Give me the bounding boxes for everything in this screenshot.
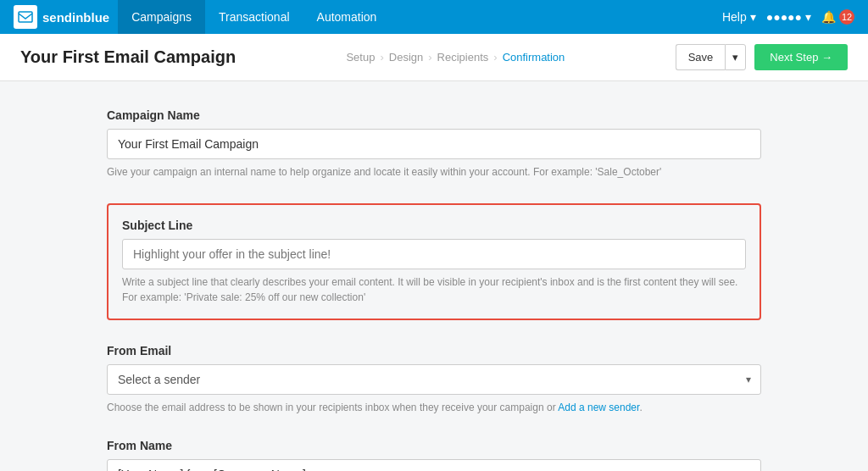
add-new-sender-link[interactable]: Add a new sender	[558, 402, 639, 413]
notification-bell[interactable]: 🔔 12	[821, 9, 854, 25]
bell-icon: 🔔	[821, 10, 836, 24]
from-email-hint-suffix: .	[639, 402, 642, 413]
help-menu[interactable]: Help ▾	[722, 10, 756, 24]
subject-line-hint: Write a subject line that clearly descri…	[122, 274, 746, 305]
user-label: ●●●●●	[766, 10, 802, 24]
breadcrumb-setup[interactable]: Setup	[346, 51, 375, 64]
breadcrumb-sep-3: ›	[493, 51, 497, 64]
logo-icon	[14, 5, 37, 29]
top-navigation: sendinblue Campaigns Transactional Autom…	[0, 0, 868, 34]
breadcrumb: Setup › Design › Recipients › Confirmati…	[346, 51, 565, 64]
nav-right: Help ▾ ●●●●● ▾ 🔔 12	[722, 9, 854, 25]
nav-automation[interactable]: Automation	[303, 0, 391, 34]
from-name-label: From Name	[107, 439, 761, 452]
from-email-hint-text: Choose the email address to be shown in …	[107, 402, 558, 413]
breadcrumb-sep-1: ›	[380, 51, 383, 64]
brand-logo[interactable]: sendinblue	[14, 5, 109, 29]
save-button[interactable]: Save	[676, 44, 726, 70]
subject-line-input[interactable]	[122, 239, 746, 269]
notification-count: 12	[839, 9, 854, 25]
nav-campaigns[interactable]: Campaigns	[118, 0, 205, 34]
subject-line-label: Subject Line	[122, 219, 746, 232]
next-step-button[interactable]: Next Step →	[754, 44, 848, 70]
breadcrumb-recipients[interactable]: Recipients	[437, 51, 489, 64]
campaign-name-section: Campaign Name Give your campaign an inte…	[107, 108, 761, 180]
from-email-hint: Choose the email address to be shown in …	[107, 400, 761, 415]
breadcrumb-sep-2: ›	[428, 51, 431, 64]
nav-left: sendinblue Campaigns Transactional Autom…	[14, 0, 390, 34]
help-chevron-icon: ▾	[750, 10, 756, 24]
page-header: Your First Email Campaign Setup › Design…	[0, 34, 868, 81]
svg-rect-0	[19, 12, 32, 22]
campaign-name-hint: Give your campaign an internal name to h…	[107, 164, 761, 180]
subject-line-section: Subject Line Write a subject line that c…	[107, 203, 761, 320]
from-email-select[interactable]: Select a sender	[107, 364, 761, 395]
from-name-input[interactable]	[107, 459, 761, 471]
from-email-label: From Email	[107, 344, 761, 357]
breadcrumb-design[interactable]: Design	[389, 51, 423, 64]
save-dropdown-button[interactable]: ▾	[725, 44, 746, 70]
breadcrumb-confirmation[interactable]: Confirmation	[503, 51, 565, 64]
from-name-section: From Name Enter a name (e.g. your compan…	[107, 439, 761, 471]
user-menu[interactable]: ●●●●● ▾	[766, 10, 811, 24]
page-title: Your First Email Campaign	[20, 47, 236, 67]
campaign-name-input[interactable]	[107, 129, 761, 159]
help-label: Help	[722, 10, 747, 24]
nav-transactional[interactable]: Transactional	[205, 0, 303, 34]
from-email-select-wrapper: Select a sender ▾	[107, 364, 761, 395]
main-content: Campaign Name Give your campaign an inte…	[86, 81, 782, 471]
header-actions: Save ▾ Next Step →	[676, 44, 848, 70]
campaign-name-label: Campaign Name	[107, 108, 761, 122]
from-email-section: From Email Select a sender ▾ Choose the …	[107, 344, 761, 415]
brand-name: sendinblue	[42, 10, 109, 25]
user-chevron-icon: ▾	[805, 10, 811, 24]
